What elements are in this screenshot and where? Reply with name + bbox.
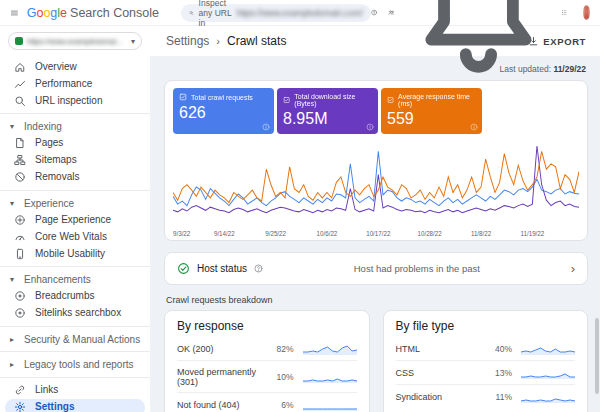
breakdown-section-title: Crawl requests breakdown: [166, 295, 588, 305]
avatar[interactable]: [583, 5, 590, 20]
gear-icon: [14, 401, 26, 412]
summary-tile-2[interactable]: Average response time (ms)559: [381, 88, 482, 134]
summary-tile-0[interactable]: Total crawl requests626: [173, 88, 274, 134]
sparkline-chart: [303, 343, 357, 355]
chevron-down-icon: ▾: [10, 275, 18, 284]
url-inspect-search-input[interactable]: Inspect any URL in https://www.exampledo…: [181, 4, 371, 22]
app-logo[interactable]: Google Search Console: [27, 6, 159, 20]
crawl-stats-line-chart: 9/3/229/14/229/25/2210/6/2210/17/2210/28…: [173, 138, 579, 240]
info-icon: [366, 123, 374, 131]
brand-google: Google: [27, 6, 67, 20]
host-status-message: Host had problems in the past: [270, 263, 564, 274]
breakdown-cards: By responseOK (200)82%Moved permanently …: [164, 310, 588, 412]
sidebar-item-mobile-usability[interactable]: Mobile Usability: [0, 245, 150, 262]
sparkline-chart: [303, 371, 357, 383]
summary-tiles: Total crawl requests626Total download si…: [173, 88, 579, 134]
sidebar-divider: [0, 266, 150, 267]
host-status-label: Host status: [197, 263, 247, 274]
sidebar-item-page-experience[interactable]: Page Experience: [0, 211, 150, 228]
summary-tile-value: 8.95M: [283, 110, 372, 128]
top-bar: Google Search Console Inspect any URL in…: [0, 0, 600, 26]
breadcrumb-separator-icon: ›: [216, 35, 220, 47]
breadcrumb: Settings › Crawl stats: [166, 34, 286, 48]
plus-circle-icon: [14, 214, 26, 226]
sidebar-section-indexing[interactable]: ▾Indexing: [0, 118, 150, 135]
sidebar-item-url-inspection[interactable]: URL inspection: [0, 92, 150, 109]
info-icon: [470, 123, 478, 131]
summary-tile-value: 626: [179, 104, 268, 122]
sidebar-section-experience[interactable]: ▾Experience: [0, 195, 150, 212]
breakdown-row[interactable]: Syndication11%: [396, 384, 576, 408]
sidebar-divider: [0, 190, 150, 191]
phone-icon: [14, 248, 26, 260]
svg-text:9/3/22: 9/3/22: [173, 230, 191, 237]
sidebar-item-breadcrumbs[interactable]: Breadcrumbs: [0, 288, 150, 305]
help-icon[interactable]: [371, 6, 377, 19]
sidebar-divider: [0, 326, 150, 327]
breakdown-row[interactable]: OK (200)82%: [177, 337, 357, 360]
link-icon: [14, 384, 26, 396]
crawl-stats-chart-card: Total crawl requests626Total download si…: [164, 80, 588, 241]
chevron-right-icon: ›: [571, 264, 575, 274]
sidebar-item-overview[interactable]: Overview: [0, 58, 150, 75]
sidebar-item-settings[interactable]: Settings: [5, 399, 145, 412]
chevron-down-icon: ▾: [10, 122, 18, 131]
svg-text:11/19/22: 11/19/22: [520, 230, 544, 237]
breakdown-row[interactable]: CSS13%: [396, 360, 576, 384]
sparkle-circle-icon: [14, 307, 26, 319]
page-icon: [14, 137, 26, 149]
sidebar-section-security-manual-actions[interactable]: ▸Security & Manual Actions: [0, 331, 150, 348]
info-icon: [262, 123, 270, 131]
apps-grid-icon[interactable]: [561, 6, 567, 19]
summary-tile-value: 559: [387, 110, 476, 128]
check-circle-icon: [177, 262, 190, 275]
sidebar-item-pages[interactable]: Pages: [0, 135, 150, 152]
main-area: Settings › Crawl stats EXPORT Last updat…: [150, 26, 600, 412]
gauge-icon: [14, 231, 26, 243]
google-search-console-app: Google Search Console Inspect any URL in…: [0, 0, 600, 412]
sidebar-divider: [0, 377, 150, 378]
block-icon: [14, 171, 26, 183]
sidebar: https://www.exampledomai... ▾ OverviewPe…: [0, 26, 150, 412]
checkbox-checked-icon: [387, 96, 394, 104]
property-selector[interactable]: https://www.exampledomai... ▾: [8, 32, 142, 50]
svg-text:9/25/22: 9/25/22: [265, 230, 286, 237]
breakdown-row[interactable]: Moved permanently (301)10%: [177, 360, 357, 392]
search-placeholder-domain: https://www.exampledomain.com/: [236, 8, 363, 18]
last-updated: Last updated: 11/29/22: [164, 64, 586, 74]
svg-text:10/17/22: 10/17/22: [366, 230, 391, 237]
sidebar-item-performance[interactable]: Performance: [0, 75, 150, 92]
sidebar-section-enhancements[interactable]: ▾Enhancements: [0, 271, 150, 288]
performance-icon: [14, 78, 26, 90]
sidebar-divider: [0, 351, 150, 352]
chevron-right-icon: ▸: [10, 335, 18, 344]
search-icon: [14, 95, 26, 107]
checkbox-checked-icon: [283, 96, 290, 104]
scrollbar-thumb[interactable]: [595, 318, 599, 394]
sparkline-chart: [521, 343, 575, 355]
search-icon: [189, 8, 194, 18]
sidebar-item-removals[interactable]: Removals: [0, 169, 150, 186]
host-status-row[interactable]: Host status Host had problems in the pas…: [164, 252, 588, 285]
sidebar-item-sitelinks-searchbox[interactable]: Sitelinks searchbox: [0, 305, 150, 322]
breadcrumb-settings[interactable]: Settings: [166, 34, 209, 48]
sidebar-item-core-web-vitals[interactable]: Core Web Vitals: [0, 228, 150, 245]
sidebar-item-links[interactable]: Links: [0, 382, 150, 399]
sparkline-chart: [521, 367, 575, 379]
sparkle-circle-icon: [14, 290, 26, 302]
breakdown-card-by-file-type: By file typeHTML40%CSS13%Syndication11%: [383, 310, 589, 412]
chevron-right-icon: ▸: [10, 360, 18, 369]
sidebar-item-sitemaps[interactable]: Sitemaps: [0, 152, 150, 169]
chevron-down-icon: ▾: [131, 37, 135, 46]
content: Last updated: 11/29/22 Total crawl reque…: [150, 56, 600, 412]
breakdown-row[interactable]: HTML40%: [396, 337, 576, 360]
svg-text:10/28/22: 10/28/22: [418, 230, 443, 237]
property-selector-label: https://www.exampledomai...: [27, 37, 122, 46]
domain-property-icon: [15, 37, 23, 45]
user-settings-icon[interactable]: [388, 6, 394, 19]
hamburger-menu-icon[interactable]: [10, 5, 19, 21]
summary-tile-1[interactable]: Total download size (Bytes)8.95M: [277, 88, 378, 134]
sidebar-section-legacy-tools-and-reports[interactable]: ▸Legacy tools and reports: [0, 356, 150, 373]
sparkline-chart: [521, 391, 575, 403]
breakdown-row[interactable]: Not found (404)6%: [177, 392, 357, 412]
